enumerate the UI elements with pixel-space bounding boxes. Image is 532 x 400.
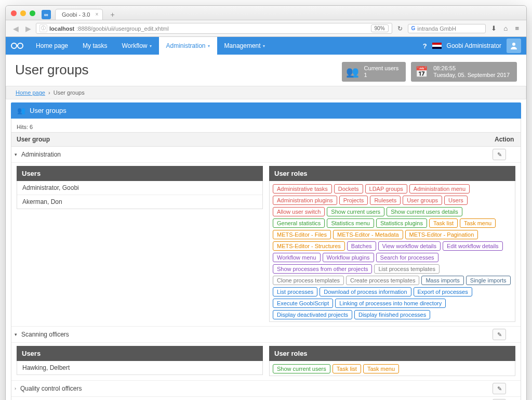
group-name[interactable]: Book managing officers — [19, 397, 86, 400]
role-tag[interactable]: Statistics menu — [327, 218, 374, 228]
role-tag[interactable]: Task menu — [460, 218, 496, 228]
user-item[interactable]: Hawking, Delbert — [17, 361, 262, 375]
role-tag[interactable]: METS-Editor - Pagination — [405, 230, 478, 239]
current-user[interactable]: Goobi Administrator — [447, 42, 501, 49]
expand-toggle-icon[interactable]: › — [11, 386, 19, 391]
card-date: Tuesday, 05. September 2017 — [433, 72, 510, 79]
role-tag[interactable]: Edit workflow details — [443, 241, 503, 251]
role-tag[interactable]: List process templates — [374, 264, 439, 274]
role-tag[interactable]: Execute GoobiScript — [273, 299, 333, 308]
expand-toggle-icon[interactable]: ▾ — [11, 332, 20, 337]
reload-button[interactable]: ↻ — [395, 25, 405, 32]
role-tag[interactable]: Allow user switch — [273, 207, 325, 216]
expand-toggle-icon[interactable]: ▾ — [11, 152, 20, 157]
nav-home-page[interactable]: Home page — [29, 37, 75, 55]
close-window[interactable] — [11, 10, 17, 16]
role-tag[interactable]: Display deactivated projects — [273, 310, 352, 319]
role-tag[interactable]: Batches — [347, 241, 376, 251]
page-title: User groups — [15, 62, 89, 78]
nav-administration[interactable]: Administration▾ — [159, 37, 217, 55]
role-tag[interactable]: Display finished processes — [354, 310, 430, 319]
role-tag[interactable]: Show processes from other projects — [273, 264, 372, 274]
close-tab-icon[interactable]: × — [96, 11, 99, 17]
column-header-group[interactable]: User group — [11, 133, 489, 146]
role-tag[interactable]: Projects — [339, 196, 368, 205]
users-icon: 👥 — [346, 66, 359, 78]
role-tag[interactable]: Users — [444, 196, 468, 205]
role-tag[interactable]: METS-Editor - Structures — [273, 241, 345, 251]
zoom-indicator[interactable]: 90% — [371, 24, 389, 32]
nav-my-tasks[interactable]: My tasks — [75, 37, 114, 55]
role-tag[interactable]: Administration menu — [409, 184, 470, 193]
nav-management[interactable]: Management▾ — [217, 37, 272, 55]
home-icon[interactable]: ⌂ — [502, 24, 510, 32]
role-tag[interactable]: Task menu — [363, 364, 399, 373]
edit-button[interactable]: ✎ — [493, 149, 506, 160]
role-tag[interactable]: General statistics — [273, 218, 325, 228]
role-tag[interactable]: Show current users details — [387, 207, 462, 216]
info-icon[interactable]: ⓘ — [39, 24, 47, 32]
role-tag[interactable]: Download of process information — [320, 287, 411, 296]
users-header: Users — [17, 346, 263, 361]
app-logo[interactable] — [6, 37, 29, 55]
role-tag[interactable]: Show current users — [273, 364, 330, 373]
help-icon[interactable]: ? — [423, 42, 427, 50]
browser-search[interactable]: G intranda GmbH — [408, 24, 486, 33]
language-flag-icon[interactable] — [432, 43, 442, 49]
chevron-down-icon: ▾ — [208, 44, 210, 48]
role-tag[interactable]: Task list — [429, 218, 458, 228]
nav-back[interactable]: ◀ — [11, 24, 20, 33]
group-name[interactable]: Scanning officers — [20, 327, 70, 342]
nav-forward[interactable]: ▶ — [23, 24, 33, 33]
url-host: localhost — [49, 25, 74, 32]
role-tag[interactable]: User groups — [403, 196, 442, 205]
group-name[interactable]: Administration — [20, 147, 62, 162]
edit-button[interactable]: ✎ — [493, 329, 506, 340]
browser-tab[interactable]: Goobi - 3.0 × — [55, 9, 103, 20]
user-item[interactable]: Administrator, Goobi — [17, 181, 262, 195]
role-tag[interactable]: Rulesets — [370, 196, 401, 205]
chevron-down-icon: ▾ — [263, 44, 265, 48]
role-tag[interactable]: Create process templates — [346, 276, 419, 285]
role-tag[interactable]: METS-Editor - Metadata — [333, 230, 403, 239]
role-tag[interactable]: Administrative tasks — [273, 184, 332, 193]
role-tag[interactable]: Mass imports — [421, 276, 463, 285]
role-tag[interactable]: Administration plugins — [273, 196, 337, 205]
role-tag[interactable]: METS-Editor - Files — [273, 230, 331, 239]
download-icon[interactable]: ⬇ — [489, 24, 499, 32]
hits-count: Hits: 6 — [11, 122, 521, 132]
users-header: Users — [17, 166, 263, 181]
card-users-label: Current users — [364, 65, 399, 72]
url-path: :8888/goobi/uii/usergroup_edit.xhtml — [76, 25, 168, 32]
role-tag[interactable]: List processes — [273, 287, 317, 296]
tab-title: Goobi - 3.0 — [62, 11, 90, 18]
address-bar[interactable]: ⓘ localhost :8888/goobi/uii/usergroup_ed… — [36, 23, 392, 34]
role-tag[interactable]: Clone process templates — [273, 276, 344, 285]
role-tag[interactable]: Search for processes — [376, 253, 438, 262]
role-tag[interactable]: Export of processes — [414, 287, 472, 296]
role-tag[interactable]: Workflow menu — [273, 253, 321, 262]
menu-icon[interactable]: ≡ — [513, 24, 521, 32]
user-item[interactable]: Akerman, Don — [17, 195, 262, 209]
nav-workflow[interactable]: Workflow▾ — [114, 37, 158, 55]
role-tag[interactable]: Statistics plugins — [376, 218, 427, 228]
group-name[interactable]: Quality control officers — [19, 381, 83, 396]
card-users-count: 1 — [364, 72, 399, 79]
breadcrumb-home[interactable]: Home page — [16, 89, 45, 96]
role-tag[interactable]: Workflow plugins — [323, 253, 374, 262]
role-tag[interactable]: Dockets — [334, 184, 363, 193]
role-tag[interactable]: Task list — [332, 364, 361, 373]
role-tag[interactable]: Single imports — [466, 276, 511, 285]
role-tag[interactable]: Linking of processes into home directory — [335, 299, 446, 308]
current-users-card: 👥 Current users 1 — [342, 62, 406, 82]
edit-button[interactable]: ✎ — [493, 383, 506, 394]
role-tag[interactable]: View workflow details — [378, 241, 441, 251]
calendar-icon: 📅 — [415, 66, 428, 78]
user-avatar-icon[interactable] — [507, 38, 521, 53]
svg-point-0 — [11, 43, 17, 48]
new-tab-button[interactable]: + — [107, 10, 117, 19]
minimize-window[interactable] — [20, 10, 26, 16]
maximize-window[interactable] — [30, 10, 35, 16]
role-tag[interactable]: LDAP groups — [365, 184, 407, 193]
role-tag[interactable]: Show current users — [327, 207, 384, 216]
